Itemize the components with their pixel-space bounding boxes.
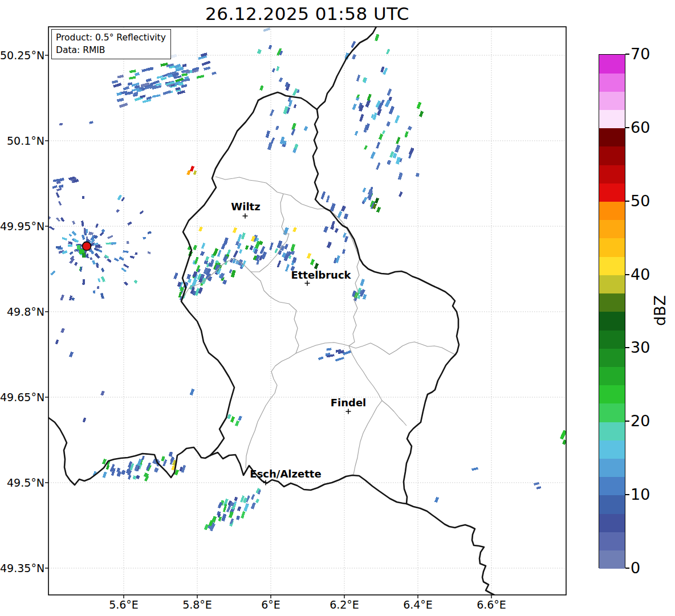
echo-cell [212,71,217,75]
colorbar-tick-mark [625,494,629,495]
echo-cell [33,275,36,278]
plot-frame [48,27,566,595]
echo-cell [194,257,199,264]
radar-site-marker [83,242,91,251]
echo-cell [409,148,414,155]
echo-cell [74,262,78,266]
echo-cell [385,100,391,108]
echo-cell [28,274,33,278]
echo-cell [105,242,111,244]
city-markers [243,214,351,486]
echo-cell [382,130,385,134]
echo-cell [395,145,400,153]
lat-tick-label: 49.65°N [0,390,44,404]
echo-cell [117,75,124,79]
echo-cell [25,244,27,246]
plot-area [16,27,567,595]
echo-cell [330,203,336,211]
colorbar-segment [599,348,625,367]
echo-cell [181,73,188,76]
echo-cell [136,475,140,479]
echo-cell [404,131,408,137]
echo-cell [117,194,122,200]
echo-cell [335,228,339,233]
echo-cell [121,197,125,201]
colorbar-tick-label: 30 [631,338,650,357]
canton-border [349,346,406,426]
echo-cell [114,258,119,262]
echo-cell [236,516,240,520]
echo-cell [279,77,283,82]
echo-cell [218,502,223,508]
echo-cell [387,88,392,96]
echo-cell [60,295,64,301]
echo-cell [259,85,263,91]
colorbar-tick-mark [625,127,629,128]
echo-cell [213,248,218,256]
echo-cell [341,206,346,212]
echo-cell [139,210,144,214]
echo-cell [292,227,296,232]
colorbar-segment [599,256,625,275]
lon-tick-label: 6.6°E [463,598,520,611]
colorbar-segment [599,330,625,349]
echo-cell [272,68,275,73]
colorbar-tick-label: 60 [631,119,650,137]
colorbar-tick-mark [625,54,629,55]
echo-cell [129,76,136,80]
echo-cell [239,249,242,254]
echo-cell [104,255,109,259]
echo-cell [70,251,74,255]
echo-cell [356,75,360,81]
echo-cell [357,295,361,299]
echo-cell [318,357,324,360]
lon-tick-label: 6.4°E [389,598,446,611]
echo-cell [81,221,84,226]
echo-cell [59,123,63,125]
echo-cell [95,223,99,228]
echo-cell [221,513,226,521]
echo-cell [148,67,153,71]
echo-cell [100,293,104,299]
echo-cell [62,237,67,240]
echo-cell [352,104,357,110]
echo-cell [241,511,245,519]
colorbar-segment [599,73,625,92]
echo-cell [97,278,100,282]
echo-cell [375,34,379,41]
echo-cell [285,264,290,271]
echo-cell [234,497,238,501]
echo-cell [202,60,211,66]
echo-cell [251,494,255,500]
echo-cell [355,130,358,136]
echo-cell [107,235,113,239]
colorbar-tick-label: 40 [631,266,650,284]
city-label-findel: Findel [331,397,367,409]
echo-cell [408,126,412,130]
national-border [317,27,376,109]
echo-cell [135,252,137,255]
echo-cell [89,121,93,124]
echo-cell [93,290,95,293]
colorbar-segment [599,109,625,128]
national-border [406,504,494,595]
echo-cell [49,226,55,231]
echo-cell [87,254,89,258]
echo-cell [471,467,478,471]
echo-cell [536,486,542,489]
colorbar-segment [599,183,625,202]
colorbar-segment [599,440,625,459]
colorbar-unit-label: dBZ [651,295,669,326]
echo-cell [193,170,197,175]
echo-cell [130,255,135,259]
echo-cell [266,130,270,138]
echo-cell [56,246,61,248]
echo-cell [133,280,137,284]
echo-cell [36,266,40,270]
echo-cell [197,75,205,79]
lat-tick-label: 50.25°N [0,48,44,62]
echo-cell [121,267,127,272]
data-source-line: Data: RMIB [56,44,166,56]
echo-cell [376,162,380,170]
colorbar-segment [599,422,625,440]
